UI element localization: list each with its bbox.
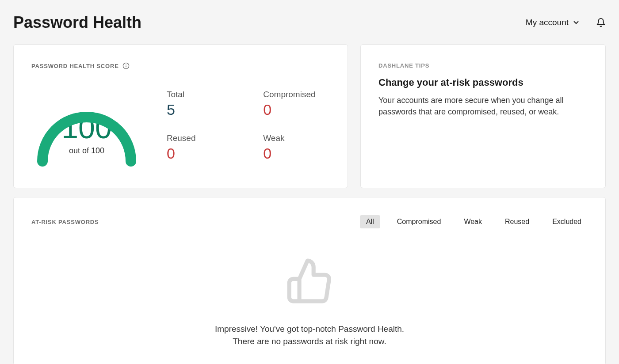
stat-weak: Weak 0 — [263, 133, 315, 162]
page-header: Password Health My account — [13, 13, 606, 32]
gauge-arc-icon — [31, 82, 142, 170]
tab-compromised[interactable]: Compromised — [391, 215, 447, 228]
stat-compromised-label: Compromised — [263, 90, 315, 99]
empty-state-text: Impressive! You've got top-notch Passwor… — [215, 323, 404, 347]
info-icon[interactable] — [122, 62, 130, 69]
page-title: Password Health — [13, 13, 141, 32]
bell-icon[interactable] — [596, 18, 606, 27]
stat-reused-value: 0 — [167, 145, 219, 162]
tips-card: DASHLANE TIPS Change your at-risk passwo… — [360, 44, 606, 188]
tips-label: DASHLANE TIPS — [378, 62, 588, 69]
stat-reused: Reused 0 — [167, 133, 219, 162]
score-card: PASSWORD HEALTH SCORE 100 out of 100 — [13, 44, 348, 188]
chevron-down-icon — [572, 19, 580, 27]
tips-body: Your accounts are more secure when you c… — [378, 95, 588, 118]
at-risk-label: AT-RISK PASSWORDS — [31, 219, 99, 225]
tab-excluded[interactable]: Excluded — [546, 215, 588, 228]
empty-line-1: Impressive! You've got top-notch Passwor… — [215, 323, 404, 335]
score-label-text: PASSWORD HEALTH SCORE — [31, 63, 119, 69]
stat-total: Total 5 — [167, 90, 219, 118]
empty-state: Impressive! You've got top-notch Passwor… — [31, 252, 588, 347]
account-label: My account — [526, 18, 569, 27]
at-risk-tabs: All Compromised Weak Reused Excluded — [360, 215, 588, 228]
stats-grid: Total 5 Compromised 0 Reused 0 Weak 0 — [167, 90, 316, 162]
stat-total-label: Total — [167, 90, 219, 99]
stat-weak-label: Weak — [263, 133, 315, 143]
score-card-label: PASSWORD HEALTH SCORE — [31, 62, 330, 69]
account-dropdown[interactable]: My account — [526, 18, 580, 27]
at-risk-card: AT-RISK PASSWORDS All Compromised Weak R… — [13, 197, 606, 364]
tips-title: Change your at-risk passwords — [378, 77, 588, 88]
empty-line-2: There are no passwords at risk right now… — [215, 335, 404, 348]
stat-weak-value: 0 — [263, 145, 315, 162]
stat-reused-label: Reused — [167, 133, 219, 143]
header-actions: My account — [526, 18, 606, 27]
tab-weak[interactable]: Weak — [458, 215, 488, 228]
tab-all[interactable]: All — [360, 215, 380, 228]
stat-compromised-value: 0 — [263, 101, 315, 118]
stat-compromised: Compromised 0 — [263, 90, 315, 118]
tab-reused[interactable]: Reused — [499, 215, 535, 228]
thumbs-up-icon — [283, 257, 336, 305]
score-gauge: 100 out of 100 — [31, 82, 142, 170]
stat-total-value: 5 — [167, 101, 219, 118]
